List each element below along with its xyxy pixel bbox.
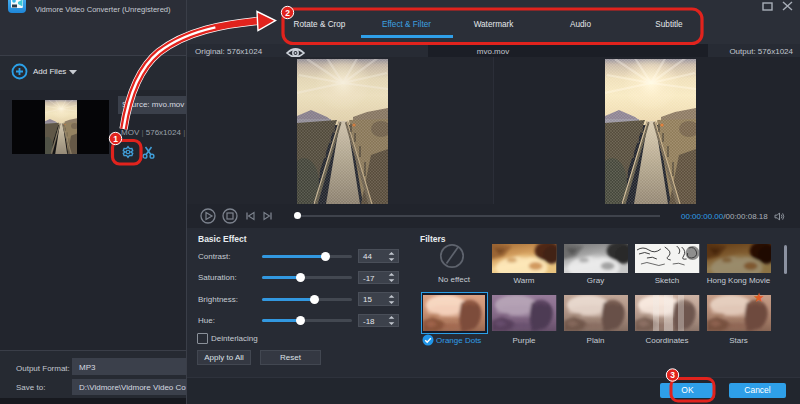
svg-text:1: 1	[113, 134, 118, 144]
svg-text:2: 2	[285, 8, 290, 18]
svg-text:3: 3	[670, 370, 675, 380]
